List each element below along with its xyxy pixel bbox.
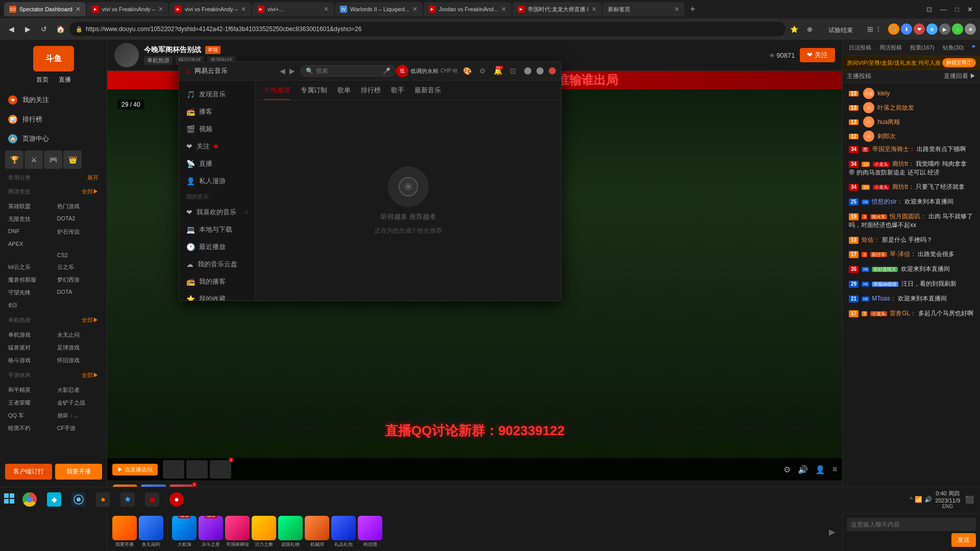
tab-close-3[interactable]: ✕ — [241, 6, 246, 13]
game-cs2[interactable]: CS2 — [54, 250, 102, 260]
tab-vivi-3[interactable]: ► vivi+... ✕ — [252, 2, 334, 16]
esports-icon-3[interactable]: 🎮 — [44, 151, 62, 169]
tab-close-6[interactable]: ✕ — [501, 6, 506, 13]
music-maximize-btn[interactable] — [536, 67, 544, 74]
music-minimize-btn[interactable] — [524, 67, 531, 74]
music-forward[interactable]: ▶ — [289, 67, 295, 75]
music-nav-video[interactable]: 🎬 视频 — [179, 120, 255, 138]
music-nav-recent[interactable]: 🕐 最近播放 — [179, 238, 255, 256]
tab-vote[interactable]: 投票(167) — [907, 43, 938, 53]
tag-single[interactable]: 单机热游 — [144, 56, 173, 65]
gift-item-7[interactable]: 礼品礼包 — [331, 516, 356, 548]
game-dota[interactable]: DOTA — [54, 287, 102, 298]
vip-extra[interactable]: ► — [971, 43, 977, 53]
tray-sound[interactable]: 🔊 — [924, 496, 932, 503]
music-tab-personal[interactable]: 个性推荐 — [264, 86, 290, 100]
music-nav-follow[interactable]: ❤ 关注 — [179, 138, 255, 155]
gift-item-6[interactable]: 机械球 — [305, 516, 329, 548]
extension-6[interactable]: ↓ — [952, 23, 963, 35]
gift-scroll-right[interactable]: ▶ — [827, 520, 837, 544]
taskbar-app-3[interactable] — [67, 489, 90, 510]
music-nav-collection[interactable]: ⭐ 我的收藏 — [179, 290, 255, 300]
taskbar-app-2[interactable]: ◆ — [43, 489, 65, 510]
tab-anchor[interactable]: 主播投稿 — [847, 72, 871, 81]
tab-close-8[interactable]: ✕ — [674, 6, 679, 13]
game-naruto[interactable]: 火影忍者 — [54, 384, 102, 396]
liked-btn[interactable]: ○ — [244, 209, 248, 216]
music-nav-podcast[interactable]: 📻 播客 — [179, 103, 255, 120]
settings-icon[interactable]: ⋮ — [875, 25, 882, 33]
sidebar-item-browser-games[interactable]: 🏠 页游中心 — [0, 129, 107, 148]
tab-weekly[interactable]: 周活投稿 — [876, 43, 905, 53]
tray-arrow[interactable]: ^ — [910, 496, 913, 503]
music-nav-liked[interactable]: ❤ 我喜欢的音乐 ○ — [179, 204, 255, 221]
music-user-area[interactable]: 低 低调的永桓 CHP·桓 — [396, 65, 458, 77]
tray-network[interactable]: 📶 — [915, 496, 922, 503]
music-tab-exclusive[interactable]: 专属订制 — [301, 86, 327, 100]
refresh-button[interactable]: ↺ — [37, 22, 51, 36]
tab-empire[interactable]: ► 帝国时代:龙龙大师直播 I ✕ — [512, 2, 602, 16]
tab-vivi-2[interactable]: ► vivi vs FreakinAndy – ✕ — [169, 2, 251, 16]
tab-diamond[interactable]: 钻鱼(30) — [940, 43, 967, 53]
settings-ctrl[interactable]: ⚙ — [783, 465, 791, 474]
game-lol-cloud[interactable]: lol云之乐 — [5, 261, 53, 273]
browser-close[interactable]: ✕ — [964, 6, 976, 13]
tab-warlords[interactable]: W Warlords II – Liquiped... ✕ — [335, 2, 423, 16]
back-button[interactable]: ◀ — [4, 22, 18, 36]
section-esports-expand[interactable]: 全部▶ — [82, 188, 99, 195]
music-tab-playlist[interactable]: 歌单 — [337, 86, 351, 100]
music-close-btn[interactable] — [549, 67, 556, 74]
tab-close-2[interactable]: ✕ — [158, 6, 163, 13]
tab-daily[interactable]: 日活投稿 — [846, 43, 874, 53]
chat-send-btn[interactable]: 发送 — [951, 533, 976, 547]
music-nav-my-podcast[interactable]: 📻 我的播客 — [179, 273, 255, 290]
search-text[interactable]: 试验结束 — [822, 25, 859, 35]
tab-close-5[interactable]: ✕ — [412, 6, 418, 13]
bookmark-icon[interactable]: ⭐ — [788, 22, 801, 36]
game-mspd[interactable]: 猛兽派对 — [5, 342, 53, 354]
volume-ctrl[interactable]: 🔊 — [798, 465, 808, 474]
chat-input[interactable] — [847, 518, 976, 531]
browser-profile[interactable]: ⊡ — [923, 6, 935, 13]
music-search-input[interactable] — [316, 67, 381, 74]
esports-icon-2[interactable]: ⚔ — [24, 151, 43, 169]
game-崩坏[interactable]: 崩坏：... — [54, 410, 102, 421]
taskbar-app-4[interactable]: ● — [92, 489, 114, 510]
music-notification-btn[interactable]: 🔔99+ — [492, 65, 504, 77]
game-wuxian[interactable]: 无限竞技 — [5, 213, 53, 225]
game-lol[interactable]: 英雄联盟 — [5, 201, 53, 212]
game-cloud[interactable]: 云之乐 — [54, 261, 102, 273]
home-button[interactable]: 🏠 — [53, 22, 67, 36]
section-expand-btn[interactable]: 展开 — [87, 174, 99, 182]
sidebar-item-following[interactable]: ❤ 我的关注 — [0, 90, 107, 110]
gift-item-5[interactable]: 超级礼物 — [278, 516, 303, 548]
music-nav-private[interactable]: 👤 私人漫游 — [179, 172, 255, 190]
tab-close-1[interactable]: ✕ — [76, 6, 81, 13]
game-football[interactable]: 足球游戏 — [54, 342, 102, 354]
search-box[interactable]: 试验结束 — [820, 24, 861, 35]
extension-3[interactable]: ❤ — [914, 23, 925, 35]
start-button[interactable] — [4, 493, 14, 506]
music-tab-charts[interactable]: 排行榜 — [361, 86, 381, 100]
forward-button[interactable]: ▶ — [20, 22, 35, 36]
game-cf[interactable]: CF手游 — [54, 422, 102, 434]
gift-item-3[interactable]: 帝国棒棒哒 — [225, 516, 250, 548]
start-broadcast-btn[interactable]: 我要开播 — [55, 464, 102, 480]
tab-replay[interactable]: 直播回看 ▶ — [944, 72, 976, 81]
tab-close-7[interactable]: ✕ — [592, 6, 597, 13]
music-nav-live[interactable]: 📡 直播 — [179, 155, 255, 172]
report-tag[interactable]: 举报 — [205, 46, 220, 54]
game-yongwu[interactable]: 永无止问 — [54, 329, 102, 341]
extension-7[interactable]: ★ — [965, 23, 976, 35]
music-skin-btn[interactable]: 🎨 — [461, 65, 473, 77]
game-retro[interactable]: 怀旧游戏 — [54, 355, 102, 366]
sidebar-item-ranking[interactable]: 📊 排行榜 — [0, 110, 107, 129]
section-mobile-expand[interactable]: 全部▶ — [82, 371, 99, 379]
gift-item-2[interactable]: 鱼丸福利 — [139, 516, 163, 548]
music-search[interactable]: 🔍 🎤 — [300, 65, 397, 77]
taskbar-app-7[interactable]: ● — [165, 489, 188, 510]
nav-live[interactable]: 直播 — [59, 76, 71, 84]
esports-icon-1[interactable]: 🏆 — [5, 151, 23, 169]
extension-4[interactable]: ⊕ — [926, 23, 938, 35]
music-tab-artists[interactable]: 歌手 — [391, 86, 404, 100]
